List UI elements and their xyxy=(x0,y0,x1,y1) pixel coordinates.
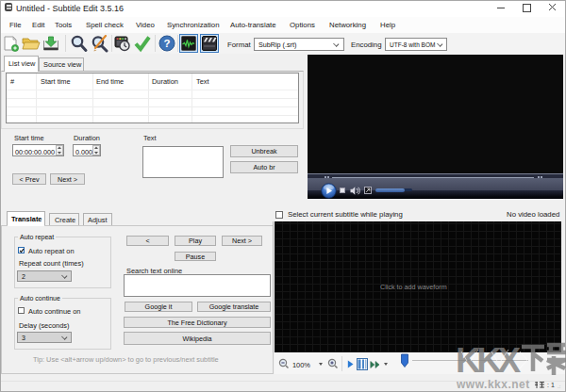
svg-text:.:: .: xyxy=(558,384,561,389)
svg-text:KKX: KKX xyxy=(458,341,521,377)
svg-text:: 1: : 1 xyxy=(547,382,555,388)
svg-text:?: ? xyxy=(163,38,170,49)
